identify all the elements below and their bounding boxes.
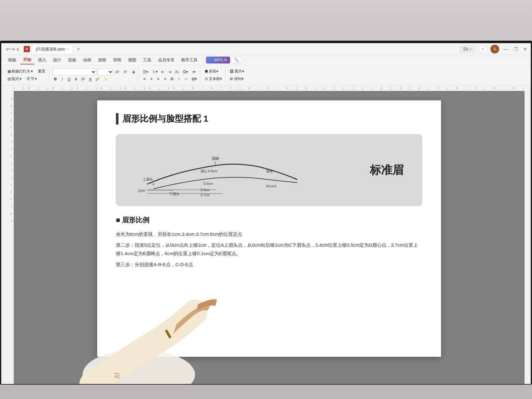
canvas-area[interactable]: 眉形比例与脸型搭配 1 眉峰 上眉头 <box>14 91 524 384</box>
picture-button[interactable]: 🖼 图片▾ <box>228 68 245 75</box>
layout-button[interactable]: ▤ 版式 ▾ <box>6 76 23 82</box>
tab-insert[interactable]: 插入 <box>35 56 49 64</box>
ta-badge[interactable]: TA ~ <box>459 45 475 53</box>
new-slide-arrow: ▾ <box>31 69 33 73</box>
section-title-text: ■ <box>116 216 122 224</box>
char-spacing[interactable]: ↔ <box>183 76 189 82</box>
new-slide-button[interactable]: ▦ 新建幻灯片 ▾ <box>6 68 35 75</box>
section-icon: ☰ <box>27 77 30 81</box>
ribbon-tabs: 模板 开始 插入 设计 切换 动画 放映 审阅 视图 工具 会员专享 教学工具 … <box>1 55 531 65</box>
para-spacing[interactable]: ↕▾ <box>190 69 197 75</box>
underline-button[interactable]: U <box>66 76 72 82</box>
more-icon[interactable]: ∨ <box>16 47 19 52</box>
row-spacing[interactable]: ↕ <box>176 76 182 82</box>
align-right[interactable]: ≡ <box>155 76 161 82</box>
step-2: 第二步：找准5点定位，从0cm点向上移1cm，定位A上眉头点，从0cm向后移1c… <box>116 241 422 258</box>
section-label: 节 <box>31 76 34 82</box>
tab-add-button[interactable]: + <box>75 46 83 52</box>
align-left[interactable]: ≡ <box>142 76 147 82</box>
main-area: 9 8 7 6 5 4 3 2 1 1 2 3 4 5 6 7 8 9 <box>1 91 531 384</box>
minimize-button[interactable]: — <box>502 47 509 52</box>
clear-format-button[interactable]: ◈ <box>131 69 136 75</box>
tab-view[interactable]: 视图 <box>125 56 139 64</box>
strikethrough-button[interactable]: S̶ <box>73 76 79 82</box>
wps-ai-logo: 🔷 <box>209 58 213 62</box>
search-box[interactable]: 🔍 <box>231 57 242 63</box>
new-slide-icon: ▦ <box>8 69 11 73</box>
shape-button[interactable]: ⬟ 形状▾ <box>203 68 219 75</box>
tab-design[interactable]: 设计 <box>50 56 64 64</box>
tab-review[interactable]: 审阅 <box>110 56 124 64</box>
slide[interactable]: 眉形比例与脸型搭配 1 眉峰 上眉头 <box>97 100 441 357</box>
svg-text:上眉头: 上眉头 <box>143 177 153 181</box>
textbox-button[interactable]: ⊡ 文本框▾ <box>203 76 223 82</box>
align-justify[interactable]: ≡ <box>162 76 168 82</box>
diagram-box: 眉峰 上眉头 眉心 0.9cm 眉尾 1cm <box>116 134 422 206</box>
layout-label: 版式 <box>12 76 19 82</box>
arrange-button[interactable]: ⊞ 排列▾ <box>228 76 244 82</box>
font-name-select[interactable] <box>53 68 96 75</box>
section-button[interactable]: ☰ 节 ▾ <box>25 76 39 82</box>
tab-template[interactable]: 模板 <box>5 56 19 64</box>
quick-access-toolbar: ↩ ↪ ∨ <box>4 45 22 53</box>
reset-label: 重置 <box>38 69 45 74</box>
tab-animation[interactable]: 动画 <box>80 56 94 64</box>
section-arrow: ▾ <box>35 77 37 81</box>
align-center[interactable]: ≡ <box>148 76 154 82</box>
close-button[interactable]: ✕ <box>522 47 528 52</box>
more-para[interactable]: ▤▾ <box>190 76 198 82</box>
upload-button[interactable]: ↑ <box>479 45 487 53</box>
font-shrink-button[interactable]: A⁻ <box>123 69 129 75</box>
redo-icon[interactable]: ↪ <box>11 47 15 52</box>
tab-transition[interactable]: 切换 <box>65 56 79 64</box>
svg-text:下眉头: 下眉头 <box>169 192 179 196</box>
font-color-button[interactable]: A <box>88 76 93 82</box>
svg-text:眉峰: 眉峰 <box>212 156 219 161</box>
avatar[interactable]: 头 <box>490 45 499 53</box>
wps-ai-button[interactable]: 🔷 WPS AI <box>206 57 230 63</box>
tab-home[interactable]: 开始 <box>20 56 34 64</box>
title-bar-left: ↩ ↪ ∨ P [只读]雾眉新.pptx × + <box>4 45 83 53</box>
italic-button[interactable]: I <box>59 76 65 82</box>
section-title-label: 眉形比例 <box>122 216 149 224</box>
text-convert[interactable]: Ω▾ <box>182 69 189 75</box>
bold-button[interactable]: B <box>53 76 58 82</box>
wps-ai-label: WPS AI <box>214 58 227 62</box>
tab-teaching[interactable]: 教学工具 <box>178 56 201 64</box>
decrease-indent[interactable]: ⇤ <box>160 69 166 75</box>
title-bar: ↩ ↪ ∨ P [只读]雾眉新.pptx × + TA ~ ↑ 头 — ❐ ✕ <box>1 43 531 55</box>
slide-section: ▦ 新建幻灯片 ▾ 重置 ▤ 版式 ▾ ☰ <box>4 66 49 84</box>
font-size-select[interactable] <box>98 68 113 75</box>
restore-button[interactable]: ❐ <box>512 47 519 52</box>
superscript-button[interactable]: X² <box>80 76 86 82</box>
tab-close-icon[interactable]: × <box>67 48 69 51</box>
svg-text:A1cm1: A1cm1 <box>266 184 277 188</box>
tab-tools[interactable]: 工具 <box>140 56 154 64</box>
tab-slideshow[interactable]: 放映 <box>95 56 109 64</box>
svg-text:眉尾: 眉尾 <box>266 169 273 173</box>
list-button[interactable]: ☰▾ <box>142 69 149 75</box>
title-marker <box>116 113 118 124</box>
tab-vip[interactable]: 会员专享 <box>155 56 178 64</box>
highlight-button[interactable]: 🖊 <box>94 76 101 82</box>
insert-row-2: ⊞ 排列▾ <box>228 76 245 82</box>
columns-button[interactable]: ⊞ <box>169 76 175 82</box>
font-grow-button[interactable]: A⁺ <box>114 69 121 75</box>
eyebrow-diagram: 眉峰 上眉头 眉心 0.9cm 眉尾 1cm <box>128 144 316 200</box>
reset-button[interactable]: 重置 <box>36 68 47 75</box>
num-list-button[interactable]: ⒈▾ <box>151 68 159 75</box>
paragraph-section: ☰▾ ⒈▾ ⇤ ⇥ A↕ Ω▾ ↕▾ ≡ ≡ ≡ ≡ ⊞ ↕ ↔ ▤▾ <box>140 66 200 84</box>
document-tab[interactable]: [只读]雾眉新.pptx × <box>32 45 73 53</box>
insert-row-1: 🖼 图片▾ <box>228 68 245 75</box>
text-direction[interactable]: A↕ <box>174 69 181 75</box>
tab-separator <box>203 57 203 63</box>
increase-indent[interactable]: ⇥ <box>167 69 173 75</box>
drawing-section: ⬟ 形状▾ ⊡ 文本框▾ <box>202 66 225 84</box>
undo-icon[interactable]: ↩ <box>6 47 10 52</box>
right-panel <box>524 91 531 384</box>
slide-title-text: 眉形比例与脸型搭配 1 <box>122 113 208 125</box>
slide-title: 眉形比例与脸型搭配 1 <box>116 113 422 125</box>
draw-row-2: ⊡ 文本框▾ <box>203 76 223 82</box>
magic-format-button[interactable]: ✨ <box>102 76 109 82</box>
layout-arrow: ▾ <box>20 77 22 81</box>
